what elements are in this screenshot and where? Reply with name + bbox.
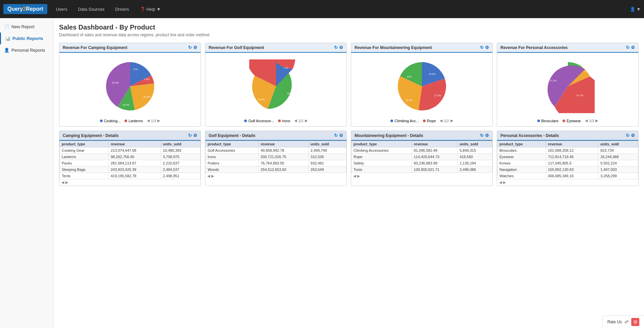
golf-page: 1/2 (298, 119, 303, 123)
personal-refresh-icon[interactable]: ↻ (626, 45, 630, 50)
nav-datasources[interactable]: Data Sources (76, 5, 107, 13)
golf-legend-irons: Irons (278, 119, 290, 123)
golf-table-settings-icon[interactable]: ⚙ (339, 133, 343, 138)
table-row: Eyewear 712,814,719.46 16,244,986 (497, 154, 638, 160)
camping-table-icons: ↻ ⚙ (188, 133, 197, 138)
camping-next-arrow[interactable]: ▶ (157, 119, 160, 123)
mountaineering-table-header: Mountaineering Equipment - Details ↻ ⚙ (351, 131, 492, 141)
mountaineering-page: 1/2 (444, 119, 449, 123)
personal-page: 1/3 (589, 119, 594, 123)
personal-next-arrow[interactable]: ▶ (595, 119, 598, 123)
eyewear-dot (562, 120, 565, 122)
nav-drivers[interactable]: Drivers (113, 5, 131, 13)
personal-table-title: Personal Accessories - Details (500, 133, 559, 138)
mountaineering-next-arrow[interactable]: ▶ (450, 119, 453, 123)
svg-text:19.8%: 19.8% (429, 73, 436, 76)
camping-settings-icon[interactable]: ⚙ (193, 45, 197, 50)
golf-chart-header: Revenue For Golf Equipment ↻ ⚙ (205, 43, 346, 53)
svg-text:20.3%: 20.3% (406, 99, 413, 102)
svg-text:7.2%: 7.2% (283, 67, 288, 69)
sidebar-item-new-report[interactable]: 📄 New Report (0, 21, 53, 33)
mountaineering-page-nav: ◀ 1/2 ▶ (440, 119, 453, 123)
new-report-icon: 📄 (4, 24, 9, 29)
camping-table-refresh-icon[interactable]: ↻ (188, 133, 192, 138)
logo-accent: 2 (23, 6, 26, 12)
golf-prev-arrow[interactable]: ◀ (294, 119, 297, 123)
golf-table-title: Golf Equipment - Details (209, 133, 255, 138)
sidebar-item-personal-reports[interactable]: 👤 Personal Reports (0, 44, 53, 56)
rope-label: Rope (427, 119, 436, 123)
table-row: Cooking Gear 213,074,447.68 10,480,383 (60, 147, 201, 154)
mountaineering-pie: 19.8% 27.9% 20.3% 32% (395, 59, 449, 113)
personal-table-prev[interactable]: ◀ (499, 180, 502, 185)
mountaineering-prev-arrow[interactable]: ◀ (440, 119, 442, 123)
camping-col-revenue: revenue (109, 141, 161, 147)
camping-table-prev[interactable]: ◀ (61, 180, 64, 185)
mountaineering-table-card: Mountaineering Equipment - Details ↻ ⚙ p… (351, 131, 493, 186)
camping-legend: Cooking... Lanterns ◀ 1/3 ▶ (100, 119, 160, 123)
golf-settings-icon[interactable]: ⚙ (339, 45, 343, 50)
nav-users[interactable]: Users (54, 5, 69, 13)
camping-table-settings-icon[interactable]: ⚙ (193, 133, 197, 138)
personal-settings-icon[interactable]: ⚙ (631, 45, 635, 50)
nav-help[interactable]: ❓ Help ▼ (138, 5, 163, 13)
mtn-table-prev[interactable]: ◀ (353, 174, 356, 178)
svg-text:17%: 17% (133, 68, 138, 71)
sidebar-item-public-reports[interactable]: 📊 Public Reports (0, 33, 53, 44)
personal-col-units: units_sold (598, 141, 638, 147)
personal-table-card: Personal Accessories - Details ↻ ⚙ produ… (497, 131, 639, 186)
cooking-dot (100, 120, 103, 122)
personal-prev-arrow[interactable]: ◀ (585, 119, 588, 123)
irons-dot (278, 120, 281, 122)
table-row: Woods 254,512,653.83 263,549 (206, 167, 346, 173)
camping-table-next[interactable]: ▶ (65, 180, 68, 185)
main-content: Sales Dashboard - By Product Dashboard o… (54, 18, 644, 328)
personal-table: product_type revenue units_sold Binocula… (497, 141, 638, 179)
logo[interactable]: Query2Report (3, 4, 47, 14)
mountaineering-refresh-icon[interactable]: ↻ (480, 45, 484, 50)
mountaineering-chart-icons: ↻ ⚙ (480, 45, 489, 50)
camping-table-card: Camping Equipment - Details ↻ ⚙ product_… (59, 131, 201, 186)
mountaineering-table-refresh-icon[interactable]: ↻ (480, 133, 484, 138)
mountaineering-legend-climbing: Climbing Acc... (390, 119, 419, 123)
rate-us-label: Rate Us (607, 320, 622, 324)
personal-table-next[interactable]: ▶ (503, 180, 506, 185)
mountaineering-table-settings-icon[interactable]: ⚙ (485, 133, 489, 138)
personal-page-nav: ◀ 1/3 ▶ (585, 119, 598, 123)
user-menu[interactable]: 👤 ▼ (630, 7, 641, 12)
page-subtitle: Dashboard of sales and revenue data acro… (59, 33, 639, 37)
golf-refresh-icon[interactable]: ↻ (334, 45, 338, 50)
golf-table-next[interactable]: ▶ (211, 174, 214, 178)
svg-text:47.7%: 47.7% (576, 94, 583, 97)
svg-text:33.4%: 33.4% (112, 81, 119, 84)
table-row: Lanterns 98,262,756.45 3,708,975 (60, 154, 201, 160)
camping-pie: 17% 7.6% 22.4% 19.4% (103, 59, 157, 113)
settings-icon[interactable]: ⚙ (631, 318, 639, 326)
camping-refresh-icon[interactable]: ↻ (188, 45, 192, 50)
personal-table-refresh-icon[interactable]: ↻ (626, 133, 630, 138)
sidebar-label-new-report: New Report (11, 24, 35, 29)
personal-col-product: product_type (497, 141, 546, 147)
golf-legend: Golf Accessor... Irons ◀ 1/2 ▶ (244, 119, 307, 123)
mtn-table-next[interactable]: ▶ (357, 174, 360, 178)
mountaineering-table: product_type revenue units_sold Climbing… (351, 141, 492, 173)
golf-next-arrow[interactable]: ▶ (305, 119, 308, 123)
mountaineering-chart-header: Revenue For Mountaineering Equipment ↻ ⚙ (351, 43, 492, 53)
golf-table-prev[interactable]: ◀ (207, 174, 210, 178)
svg-text:19.4%: 19.4% (122, 103, 129, 106)
mountaineering-settings-icon[interactable]: ⚙ (485, 45, 489, 50)
golf-pie: 44.4% 13.4% 35% 7.2% (249, 59, 303, 113)
camping-col-product: product_type (60, 141, 109, 147)
table-row: Sleeping Bags 243,933,425.39 2,484,537 (60, 167, 201, 173)
camping-prev-arrow[interactable]: ◀ (147, 119, 150, 123)
github-icon[interactable]: ☍ (625, 320, 629, 324)
page-title: Sales Dashboard - By Product (59, 24, 639, 31)
footer: Rate Us ☍ ⚙ (602, 316, 644, 328)
personal-pie: 10.4% 7.8% 47.7% 27.2% (541, 59, 595, 113)
personal-chart-card: Revenue For Personal Accessories ↻ ⚙ 10.… (497, 43, 639, 127)
svg-text:27.9%: 27.9% (434, 94, 441, 97)
personal-table-settings-icon[interactable]: ⚙ (631, 133, 635, 138)
personal-legend-binoculars: Binoculars (537, 119, 558, 123)
personal-chart-area: 10.4% 7.8% 47.7% 27.2% (497, 53, 638, 126)
golf-table-refresh-icon[interactable]: ↻ (334, 133, 338, 138)
